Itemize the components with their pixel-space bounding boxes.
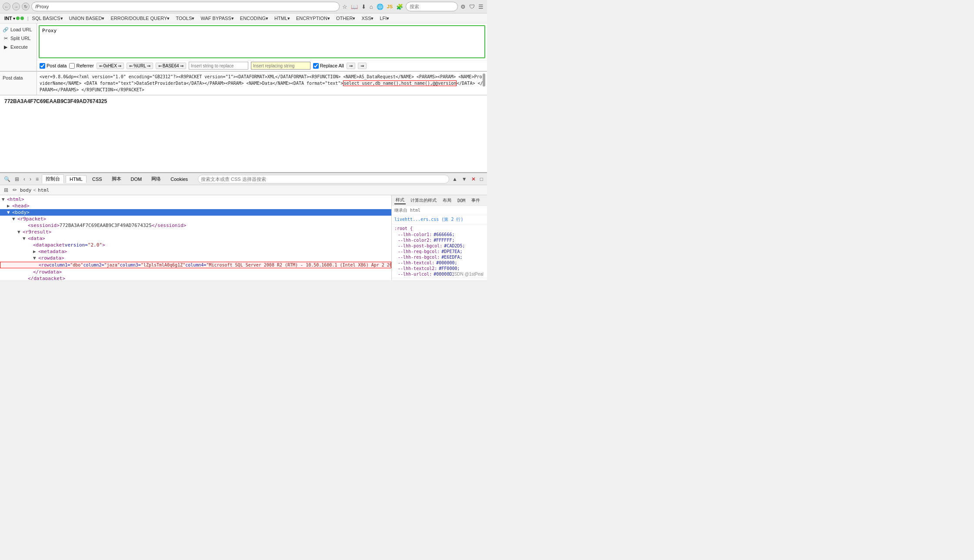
js-icon[interactable]: JS [386,3,394,10]
menu-lfi[interactable]: LFI▾ [377,15,392,22]
referrer-checkbox[interactable]: Referrer [69,63,93,69]
tree-node-row[interactable]: <row column1="dbo" column2="jaza" column… [0,262,391,268]
menu-other[interactable]: OTHER▾ [334,15,358,22]
globe-icon[interactable]: 🌐 [376,3,384,11]
menu-xss[interactable]: XSS▾ [359,15,376,22]
base64-encode-button[interactable]: ⇐ BASE64 ⇒ [156,63,186,69]
search-input[interactable] [406,2,458,11]
address-bar[interactable]: /Proxy [31,2,340,11]
replace-extra-button[interactable]: ⇒ [358,63,367,69]
settings-icon[interactable]: ⚙ [460,3,467,11]
replace-all-checkbox[interactable]: Replace All [313,63,344,69]
split-url-button[interactable]: ✂ Split URL [0,34,37,43]
download-icon[interactable]: ⬇ [360,3,367,11]
tree-toggle-body[interactable]: ▼ [7,210,12,215]
referrer-check[interactable] [69,63,75,69]
tree-node-metadata[interactable]: ▶ <metadata> [0,248,391,255]
replace-all-check[interactable] [313,63,319,69]
tree-node-html[interactable]: ▼ <html> [0,196,391,203]
styles-tab-styles[interactable]: 样式 [394,197,406,204]
read-icon[interactable]: 📖 [350,3,359,11]
home-icon[interactable]: ⌂ [369,3,374,11]
insert-string-field[interactable] [189,62,248,70]
load-url-button[interactable]: 🔗 Load URL [0,25,37,34]
menu-icon[interactable]: ☰ [477,3,484,11]
styles-tab-dom[interactable]: DOM [456,198,467,203]
reload-button[interactable]: ↻ [22,3,30,10]
menu-html[interactable]: HTML▾ [272,15,293,22]
devtools-inspect-icon[interactable]: 🔍 [3,175,12,183]
tab-console[interactable]: 控制台 [42,174,64,183]
tree-toggle-head[interactable]: ▶ [7,203,12,209]
replace-apply-button[interactable]: ⇒ [347,63,355,69]
replacing-string-field[interactable] [251,62,310,70]
tree-toggle-r9result[interactable]: ▼ [17,229,23,235]
plugin-sidebar: 🔗 Load URL ✂ Split URL ▶ Execute [0,23,37,71]
devtools-next-icon[interactable]: › [28,175,33,183]
tree-toggle-r9packet[interactable]: ▼ [12,216,17,222]
post-data-checkbox[interactable]: Post data [40,63,67,69]
tree-toggle-metadata[interactable]: ▶ [33,249,38,254]
styles-source-file[interactable]: livehtt...ers.css (第 2 行) [394,217,463,223]
menu-waf-bypass[interactable]: WAF BYPASS▾ [198,15,237,22]
tree-node-data[interactable]: ▼ <data> [0,235,391,242]
devtools-close-icon[interactable]: ✕ [470,175,477,183]
styles-tab-events[interactable]: 事件 [470,197,481,204]
tree-node-rowdata-close[interactable]: </rowdata> [0,269,391,275]
tab-dom[interactable]: DOM [127,175,146,183]
back-button[interactable]: ← [3,3,10,10]
menu-sql-basics[interactable]: SQL BASICS▾ [30,15,66,22]
tree-node-r9packet[interactable]: ▼ <r9packet> [0,216,391,222]
execute-button[interactable]: ▶ Execute [0,43,37,51]
breadcrumb-html[interactable]: html [38,187,50,193]
url-textarea[interactable]: Proxy [40,26,484,43]
devtools-list-icon[interactable]: ≡ [34,175,40,183]
menu-tools[interactable]: TOOLS▾ [173,15,197,22]
tree-toggle-html[interactable]: ▼ [2,197,7,202]
menu-encryption[interactable]: ENCRYPTION▾ [294,15,333,22]
post-data-check[interactable] [40,63,45,69]
int-dropdown-icon[interactable]: ▾ [13,16,15,21]
devtools-search-input[interactable] [198,175,449,183]
tab-cookies[interactable]: Cookies [167,175,192,183]
tab-network[interactable]: 网络 [147,174,165,183]
url-encode-button[interactable]: ⇐ %URL ⇒ [127,63,153,69]
tab-script[interactable]: 脚本 [108,174,125,183]
styles-tab-computed[interactable]: 计算出的样式 [409,197,438,204]
tab-css[interactable]: CSS [88,175,106,183]
tree-toggle-rowdata[interactable]: ▼ [33,255,38,261]
devtools-search-up-icon[interactable]: ▲ [451,175,459,183]
tree-node-datapacket[interactable]: <datapacket version= "2.0" > [0,242,391,248]
tab-html[interactable]: HTML [66,175,87,183]
menu-encoding[interactable]: ENCODING▾ [237,15,271,22]
devtools-search-down-icon[interactable]: ▼ [460,175,468,183]
tree-toggle-data[interactable]: ▼ [23,236,28,241]
breadcrumb-bar: ⊞ ✏ body < html [0,185,487,195]
devtools-breadcrumb-icon[interactable]: ⊞ [3,186,10,194]
tree-val-col1: "dbo" [70,263,83,267]
star-icon[interactable]: ☆ [341,3,348,11]
empty-content-area [0,107,487,172]
int-selector[interactable]: INT ▾ [2,14,27,22]
styles-prop-name-7: --lhh-urlcol: [398,272,432,277]
devtools-prev-icon[interactable]: ‹ [22,175,27,183]
extension-icon[interactable]: 🧩 [395,3,404,11]
tree-node-sessionid[interactable]: <sessionid> 772BA3A4F7C69EAAB9C3F49AD767… [0,222,391,229]
hex-encode-button[interactable]: ⇐ 0xHEX ⇒ [97,63,124,69]
shield-icon[interactable]: 🛡 [468,3,476,11]
devtools-edit-icon[interactable]: ✏ [11,186,18,194]
tree-attr-version: version= [65,242,88,248]
breadcrumb-body[interactable]: body [20,187,32,193]
tree-node-datapacket-close2[interactable]: </datapacket> [0,275,391,280]
tree-node-r9result[interactable]: ▼ <r9result> [0,229,391,235]
tree-node-body[interactable]: ▼ <body> [0,209,391,216]
forward-button[interactable]: → [12,3,20,10]
menu-union-based[interactable]: UNION BASED▾ [67,15,107,22]
menu-error-double[interactable]: ERROR/DOUBLE QUERY▾ [108,15,172,22]
styles-inherited-header: 继承自 html [392,206,487,215]
styles-tab-layout[interactable]: 布局 [441,197,453,204]
tree-node-rowdata[interactable]: ▼ <rowdata> [0,255,391,261]
tree-node-head[interactable]: ▶ <head> [0,203,391,209]
devtools-maximize-icon[interactable]: □ [479,175,484,183]
devtools-layout-icon[interactable]: ⊞ [13,175,20,183]
